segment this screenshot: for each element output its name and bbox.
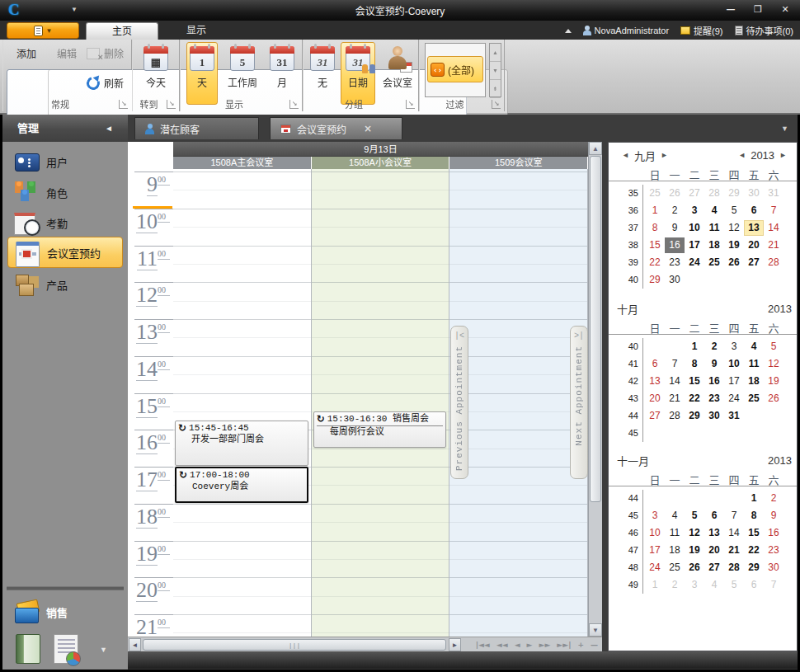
day-cell[interactable]: 22: [685, 391, 704, 406]
month-view-button[interactable]: 31 月: [267, 42, 297, 105]
room-column-header[interactable]: 1508A主会议室: [173, 157, 312, 169]
day-cell[interactable]: 22: [645, 255, 665, 270]
day-cell[interactable]: 20: [645, 391, 665, 406]
ribbon-collapse-button[interactable]: [565, 29, 572, 33]
day-cell[interactable]: 6: [744, 203, 764, 219]
day-cell[interactable]: 7: [764, 203, 784, 219]
gallery-up-icon[interactable]: ▲: [490, 44, 501, 62]
day-cell[interactable]: 18: [744, 374, 764, 389]
doc-tab-leads[interactable]: 潜在顾客: [134, 117, 259, 139]
day-cell[interactable]: 16: [704, 374, 724, 389]
chevron-down-icon[interactable]: ▼: [100, 646, 107, 654]
vertical-scrollbar-thumb[interactable]: [590, 156, 601, 502]
day-cell[interactable]: 30: [704, 408, 724, 424]
day-cell[interactable]: 5: [764, 339, 784, 355]
day-cell[interactable]: 20: [704, 543, 724, 558]
day-cell[interactable]: 25: [665, 560, 685, 576]
day-cell[interactable]: 3: [645, 508, 665, 524]
maximize-button[interactable]: ❒: [748, 3, 768, 16]
previous-year-icon[interactable]: ◄: [733, 151, 751, 159]
filter-all-item[interactable]: ‹› (全部): [427, 56, 483, 82]
scheduler-nav-button[interactable]: ◄: [512, 638, 523, 651]
day-cell[interactable]: 10: [724, 356, 744, 372]
day-cell[interactable]: 13: [704, 525, 724, 541]
day-cell[interactable]: 10: [685, 220, 704, 236]
appointment[interactable]: ↻17:00-18:00Coevery周会: [175, 467, 308, 503]
day-cell[interactable]: 14: [665, 374, 685, 389]
day-cell[interactable]: 21: [724, 543, 744, 558]
previous-appointment-tab[interactable]: |< Previous Appointment: [450, 326, 468, 479]
day-cell[interactable]: 27: [744, 255, 764, 270]
scheduler-grid[interactable]: 9001000110012001300140015001600170018001…: [128, 169, 588, 637]
day-cell[interactable]: 19: [685, 543, 704, 558]
day-cell[interactable]: 6: [645, 356, 665, 372]
next-month-icon[interactable]: ►: [656, 151, 673, 159]
collapse-left-icon[interactable]: ◄: [105, 115, 113, 142]
ribbon-tab-display[interactable]: 显示: [162, 22, 231, 40]
day-cell[interactable]: 13: [645, 374, 665, 389]
sidebar-item-sales[interactable]: 销售: [7, 597, 123, 627]
day-cell[interactable]: 4: [744, 339, 764, 355]
day-cell[interactable]: 12: [724, 220, 744, 236]
dialog-launcher-icon[interactable]: ↘: [119, 100, 128, 109]
todo-button[interactable]: 待办事项(0): [735, 24, 793, 37]
day-cell[interactable]: 1: [645, 203, 665, 219]
day-cell[interactable]: 23: [704, 391, 724, 406]
day-cell[interactable]: 19: [724, 237, 744, 253]
day-cell[interactable]: 25: [744, 391, 764, 406]
gallery-expand-icon[interactable]: ⇟: [490, 80, 501, 98]
scheduler-nav-button[interactable]: ►►: [536, 638, 553, 651]
day-cell[interactable]: 31: [764, 186, 784, 201]
day-cell[interactable]: 3: [685, 203, 704, 219]
previous-month-icon[interactable]: ◄: [617, 151, 634, 159]
sidebar-item-meeting-room[interactable]: 会议室预约: [7, 237, 123, 268]
day-cell[interactable]: 10: [645, 525, 665, 541]
day-cell[interactable]: 16: [665, 237, 685, 253]
day-cell[interactable]: 24: [645, 560, 665, 576]
day-cell[interactable]: 18: [704, 237, 724, 253]
day-cell[interactable]: 26: [665, 186, 685, 201]
gallery-down-icon[interactable]: ▼: [490, 62, 501, 80]
day-cell[interactable]: 23: [665, 255, 685, 270]
room-column-header[interactable]: 1508A小会议室: [312, 157, 450, 169]
scroll-right-icon[interactable]: ►: [449, 638, 461, 651]
scheduler-nav-button[interactable]: ►: [525, 638, 535, 651]
day-cell[interactable]: 2: [704, 339, 724, 355]
next-year-icon[interactable]: ►: [774, 151, 792, 159]
day-cell[interactable]: 17: [685, 237, 704, 253]
day-cell[interactable]: 19: [764, 374, 784, 389]
day-cell[interactable]: 9: [665, 220, 685, 236]
sidebar-item-users[interactable]: 用户: [7, 147, 123, 176]
day-cell[interactable]: 6: [704, 508, 724, 524]
appointment[interactable]: ↻15:30-16:30 销售周会每周例行会议: [313, 411, 447, 448]
day-cell[interactable]: 5: [724, 577, 744, 593]
scroll-left-icon[interactable]: ◄: [129, 638, 141, 651]
room-column[interactable]: [449, 169, 588, 637]
day-cell[interactable]: 21: [665, 391, 685, 406]
add-button[interactable]: + 添加: [7, 42, 46, 105]
day-cell[interactable]: 28: [764, 255, 784, 270]
close-button[interactable]: ✕: [775, 3, 795, 16]
day-cell[interactable]: 8: [744, 508, 764, 524]
day-cell[interactable]: 24: [685, 255, 704, 270]
day-cell[interactable]: 17: [724, 374, 744, 389]
day-cell[interactable]: 28: [724, 560, 744, 576]
day-cell[interactable]: 12: [685, 525, 704, 541]
day-cell[interactable]: 7: [764, 577, 784, 593]
day-cell[interactable]: 30: [665, 272, 685, 288]
report-icon[interactable]: [54, 634, 78, 664]
day-cell[interactable]: 27: [645, 408, 665, 424]
day-cell[interactable]: 9: [764, 508, 784, 524]
sidebar-item-roles[interactable]: 角色: [7, 177, 123, 207]
day-cell[interactable]: 4: [665, 508, 685, 524]
day-cell[interactable]: 6: [744, 577, 764, 593]
day-cell[interactable]: 16: [764, 525, 784, 541]
room-column[interactable]: [173, 169, 312, 637]
day-cell[interactable]: 21: [764, 237, 784, 253]
group-room-button[interactable]: 会议室: [379, 42, 416, 105]
doc-tab-meeting-room[interactable]: 会议室预约 ×: [270, 117, 402, 139]
day-cell[interactable]: 23: [764, 543, 784, 558]
day-cell[interactable]: 15: [744, 525, 764, 541]
group-date-button[interactable]: 31 日期: [341, 42, 375, 105]
dialog-launcher-icon[interactable]: ↘: [406, 100, 415, 109]
